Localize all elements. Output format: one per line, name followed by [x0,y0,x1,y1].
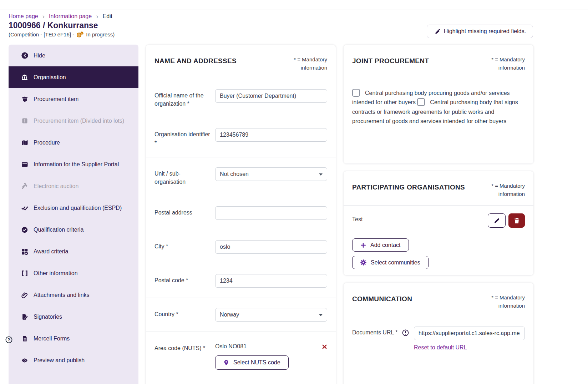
documents-url-label: Documents URL * [352,327,402,336]
paperclip-icon [20,292,29,298]
subtitle-status: In progress) [86,31,115,37]
field-row-city: City * [146,230,336,264]
country-select[interactable]: Norway [215,308,327,322]
sidebar-item-espd[interactable]: Exclusion and qualification (ESPD) [9,197,138,219]
organisation-identifier-input[interactable] [215,128,327,142]
mandatory-note: * = Mandatoryinformation [491,294,525,310]
field-label: Postal address [154,206,215,217]
field-row-internet-address: Internet address [146,380,336,384]
sidebar-item-supplier-portal-info[interactable]: Information for the Supplier Portal [9,153,138,175]
field-row-org-identifier: Organisation identifier * [146,118,336,157]
select-communities-label: Select communities [371,259,420,266]
breadcrumb: Home page › Information page › Edit [9,13,112,20]
field-label: Unit / sub-organisation [154,167,215,186]
field-row-postal-address: Postal address [146,196,336,230]
circle-chevron-left-icon [20,52,29,59]
participating-organisations-panel: PARTICIPATING ORGANISATIONS * = Mandator… [344,171,533,275]
chevron-right-icon: › [96,13,98,20]
sidebar-item-signatories[interactable]: Signatories [9,306,138,328]
mandatory-note: * = Mandatoryinformation [491,182,525,198]
bank-icon [20,74,29,81]
highlight-button-label: Highlight missing required fields. [444,28,526,35]
joint-procurement-panel: JOINT PROCUREMENT * = Mandatoryinformati… [344,45,533,163]
sidebar-item-procurement-item[interactable]: Procurement item [9,88,138,110]
pencil-icon [494,218,500,224]
checkbox-unchecked[interactable] [352,89,360,97]
breadcrumb-edit: Edit [102,13,112,20]
postal-address-input[interactable] [215,206,327,220]
window-icon [20,161,29,168]
map-icon [20,140,29,146]
gears-icon [77,31,83,37]
breadcrumb-information-page[interactable]: Information page [49,13,92,20]
sidebar-item-qualification-criteria[interactable]: Qualification criteria [9,219,138,241]
page-title: 1000966 / Konkurranse [9,21,98,30]
svg-text:?: ? [8,338,10,342]
field-row-official-name: Official name of the organization * [146,79,336,118]
panel-title: JOINT PROCUREMENT [352,56,429,72]
chevron-right-icon: › [42,13,45,20]
field-row-country: Country * Norway [146,298,336,332]
official-name-input[interactable] [215,89,327,103]
sidebar-item-procedure[interactable]: Procedure [9,132,138,153]
field-label: City * [154,240,215,251]
nuts-value: Oslo NO081 [215,343,247,350]
mandatory-note: * = Mandatoryinformation [491,56,525,72]
sidebar-item-hide[interactable]: Hide [9,45,138,66]
sidebar-item-other-information[interactable]: Other information [9,262,138,284]
field-label: Organisation identifier * [154,128,215,147]
double-check-icon [20,205,29,211]
select-nuts-code-button[interactable]: Select NUTS code [215,355,289,370]
grid-check-icon [20,248,29,255]
field-row-nuts: Area code (NUTS) * Oslo NO081 Select NUT… [146,332,336,380]
delete-organisation-button[interactable] [508,213,525,228]
select-nuts-label: Select NUTS code [233,359,280,366]
location-pin-icon [223,359,229,366]
organisation-row: Test [352,213,525,228]
page-subtitle: (Competition - [TED eF16] - [9,31,115,37]
info-square-icon [20,118,29,124]
badge-check-icon [20,227,29,233]
documents-url-input[interactable] [414,327,525,340]
add-contact-button[interactable]: Add contact [352,238,409,252]
sidebar: Hide Organisation Procurement item Procu… [9,45,138,384]
communication-panel: COMMUNICATION * = Mandatoryinformation D… [344,283,533,384]
subtitle-prefix: (Competition - [TED eF16] - [9,31,74,37]
sidebar-item-electronic-auction: Electronic auction [9,175,138,197]
edit-organisation-button[interactable] [488,213,506,228]
plus-icon [360,242,366,248]
field-label: Postal code * [154,274,215,284]
select-communities-button[interactable]: Select communities [352,256,429,269]
sidebar-item-preview-publish[interactable]: Preview and publish [9,349,138,371]
sidebar-item-award-criteria[interactable]: Award criteria [9,241,138,262]
breadcrumb-home[interactable]: Home page [9,13,38,20]
eye-icon [20,357,29,364]
postal-code-input[interactable] [215,274,327,288]
mandatory-note: * = Mandatoryinformation [294,56,327,72]
alert-circle-icon [402,329,409,336]
checkbox-unchecked[interactable] [417,98,425,106]
field-label: Country * [154,308,215,318]
page: Home page › Information page › Edit 1000… [0,0,588,384]
sidebar-item-attachments-links[interactable]: Attachments and links [9,284,138,306]
field-row-postal-code: Postal code * [146,264,336,298]
gavel-icon [20,183,29,190]
unit-sub-organisation-select[interactable]: Not chosen [215,167,327,181]
panel-title: NAME AND ADDRESSES [154,56,237,72]
reset-default-url-link[interactable]: Reset to default URL [414,344,467,351]
help-question-icon[interactable]: ? [5,336,12,343]
sidebar-item-procurement-item-lots: Procurement item (Divided into lots) [9,110,138,132]
highlight-missing-fields-button[interactable]: Highlight missing required fields. [427,25,533,38]
remove-nuts-x-icon[interactable] [322,344,327,349]
field-label: Area code (NUTS) * [154,342,215,352]
add-contact-label: Add contact [370,242,401,248]
sidebar-item-organisation[interactable]: Organisation [9,66,138,88]
name-addresses-panel: NAME AND ADDRESSES * = Mandatoryinformat… [146,45,336,384]
documents-url-row: Documents URL * Reset to default URL [352,327,525,351]
highlighter-icon [434,28,440,35]
gear-icon [360,259,366,266]
city-input[interactable] [215,240,327,254]
top-bar [0,0,588,10]
panel-title: COMMUNICATION [352,294,412,310]
sidebar-item-mercell-forms[interactable]: Mercell Forms [9,328,138,349]
